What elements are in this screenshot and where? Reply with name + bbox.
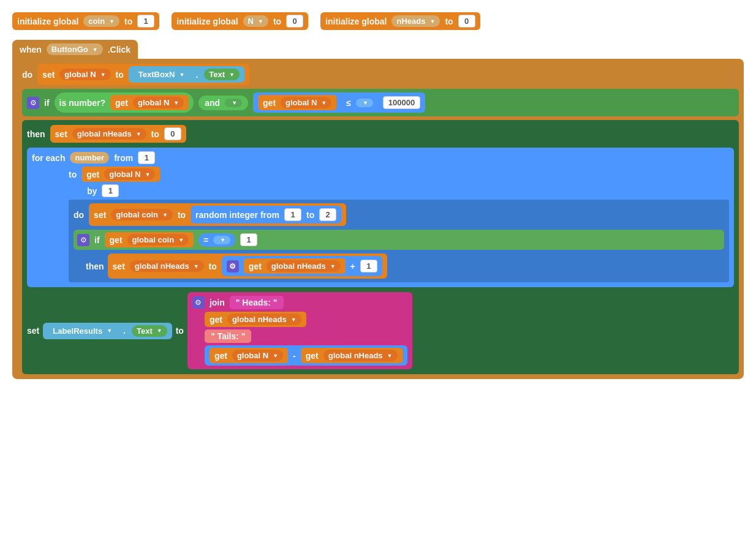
eq-op: =	[198, 233, 235, 247]
text-prop[interactable]: Text	[204, 69, 240, 80]
get-1: get	[115, 98, 128, 108]
global-n-block: initialize global N to 0	[172, 12, 308, 30]
rand-to-val[interactable]: 2	[319, 208, 336, 221]
lte-op: ≤	[341, 96, 378, 110]
lte-symbol: ≤	[346, 98, 351, 108]
for-do-container: do set global coin to random integer fro…	[69, 200, 729, 282]
text-prop-2[interactable]: Text	[132, 325, 167, 337]
global-nheads-expr[interactable]: global nHeads	[323, 350, 398, 361]
nheads-plus-1-block: ⚙ get global nHeads + 1	[222, 256, 382, 276]
by-row: by 1	[87, 184, 729, 197]
global-n-pill[interactable]: global N	[59, 69, 110, 80]
then-row: then set global nHeads to 0	[27, 125, 734, 143]
global-nheads-get[interactable]: global nHeads	[266, 260, 341, 272]
plus-val[interactable]: 1	[360, 260, 377, 273]
outer-gold-container: do set global N to TextBoxN . Text ⚙ if …	[12, 59, 744, 379]
global-n-get-3[interactable]: global N	[104, 168, 155, 180]
inner-if-block: ⚙ if get global coin = 1	[74, 230, 724, 250]
init-label-1: initialize global	[17, 17, 78, 26]
inner-if-row: ⚙ if get global coin = 1	[77, 232, 720, 247]
global-nheads-join[interactable]: global nHeads	[227, 314, 301, 325]
labelresults-comp[interactable]: LabelResults	[48, 325, 117, 337]
when-container: when ButtonGo .Click do set global N to …	[12, 40, 744, 379]
and-dropdown[interactable]	[225, 99, 242, 107]
to-label-1: to	[124, 17, 132, 26]
n-var[interactable]: N	[243, 15, 268, 27]
eq-dropdown[interactable]	[213, 236, 230, 244]
set-coin-block: set global coin to random integer from 1…	[89, 203, 346, 226]
lte-dropdown[interactable]	[356, 99, 373, 107]
is-number-block: is number? get global N	[55, 92, 194, 113]
for-each-block: for each number from 1 to get global N b…	[27, 148, 734, 287]
eq-symbol: =	[203, 235, 208, 245]
get-4: get	[110, 235, 123, 245]
heads-string: " Heads: "	[230, 296, 284, 309]
set-label-3: set	[94, 210, 106, 220]
global-coin-pill[interactable]: global coin	[111, 209, 173, 220]
heads-str-val: " Heads: "	[236, 298, 278, 307]
get-global-n-2: get global N	[258, 95, 336, 110]
n-minus-nheads-block: get global N - get global nHeads	[205, 345, 407, 366]
coin-value[interactable]: 1	[137, 15, 154, 28]
nheads-init-val[interactable]: 0	[164, 127, 181, 140]
dot-1: .	[194, 70, 199, 80]
nheads-value[interactable]: 0	[458, 15, 475, 28]
if-condition-row: ⚙ if is number? get global N and	[27, 92, 734, 113]
get-5: get	[249, 261, 262, 271]
coin-var[interactable]: coin	[83, 15, 119, 27]
join-expr-row: get global N - get global nHeads	[205, 345, 407, 366]
globals-row: initialize global coin to 1 initialize g…	[12, 12, 744, 30]
is-fn: is number?	[59, 98, 105, 108]
by-val[interactable]: 1	[102, 184, 119, 197]
from-val[interactable]: 1	[138, 151, 155, 164]
gear-icon-3[interactable]: ⚙	[227, 260, 239, 273]
to-4: to	[209, 261, 217, 271]
gear-icon-1[interactable]: ⚙	[27, 97, 39, 109]
coin-cmp-val[interactable]: 1	[240, 233, 257, 246]
set-label-4: set	[113, 261, 125, 271]
if-label: if	[44, 98, 50, 108]
tails-string: " Tails: "	[205, 329, 252, 343]
set-nheads-0-block: set global nHeads to 0	[50, 125, 186, 143]
global-n-get-2[interactable]: global N	[281, 97, 331, 108]
nheads-var[interactable]: nHeads	[391, 15, 440, 27]
and-block: and	[198, 96, 248, 110]
n-value[interactable]: 0	[286, 15, 303, 28]
rand-to: to	[306, 210, 314, 220]
rand-from[interactable]: 1	[284, 208, 301, 221]
for-each-label: for each	[32, 153, 65, 163]
random-fn: random integer from	[195, 210, 279, 220]
then-label-2: then	[86, 261, 104, 271]
to-label-fe: to	[69, 170, 77, 179]
number-var[interactable]: number	[70, 152, 109, 164]
do-label-2: do	[74, 210, 84, 220]
global-n-join[interactable]: global N	[232, 350, 283, 361]
global-n-get-1[interactable]: global N	[133, 97, 184, 108]
minus-label: -	[293, 351, 296, 361]
when-label: when	[20, 45, 42, 55]
join-nheads-row: get global nHeads	[205, 312, 407, 327]
random-int-block: random integer from 1 to 2	[191, 206, 341, 224]
get-nheads-expr: get global nHeads	[301, 348, 403, 363]
gear-icon-2[interactable]: ⚙	[77, 234, 89, 246]
global-nheads-pill-1[interactable]: global nHeads	[72, 128, 146, 140]
to-row: to get global N	[69, 167, 729, 182]
limit-value[interactable]: 100000	[383, 96, 420, 109]
global-nheads-block: initialize global nHeads to 0	[320, 12, 480, 30]
get-nheads-block: get global nHeads	[244, 258, 346, 274]
gear-icon-4[interactable]: ⚙	[192, 296, 205, 309]
to-label-3: to	[445, 17, 453, 26]
inner-then-row: then set global nHeads to ⚙ get global n…	[86, 254, 724, 279]
global-coin-get[interactable]: global coin	[127, 234, 189, 246]
textboxn-source[interactable]: TextBoxN	[134, 69, 190, 80]
get-7: get	[214, 351, 227, 361]
do-label: do	[22, 70, 32, 80]
to-3: to	[178, 210, 186, 220]
button-go[interactable]: ButtonGo	[47, 43, 103, 55]
join-block: ⚙ join " Heads: " get global nHeads	[187, 292, 412, 369]
global-nheads-pill-2[interactable]: global nHeads	[130, 260, 204, 272]
to-2: to	[151, 129, 159, 139]
to-5: to	[176, 326, 184, 336]
and-label: and	[205, 98, 220, 108]
inner-if-label: if	[94, 235, 100, 245]
